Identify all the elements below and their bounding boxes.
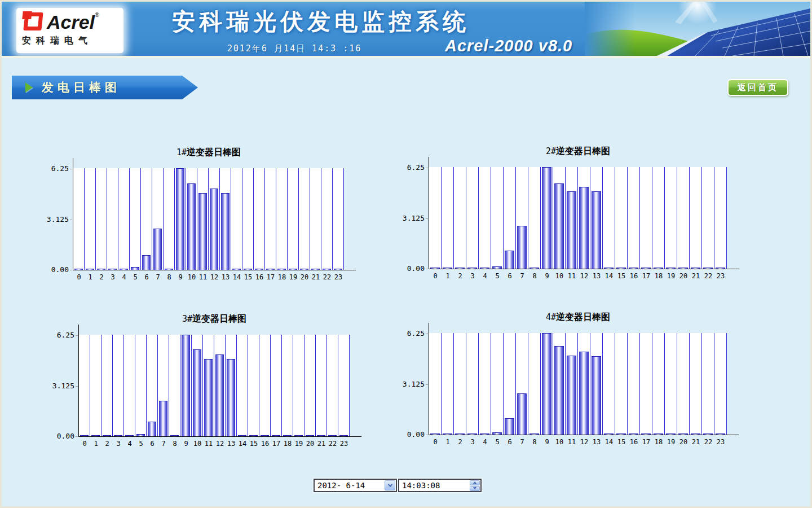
bar-hour-13 (221, 193, 230, 270)
x-tick-label: 21 (316, 440, 327, 448)
x-tick-label: 15 (615, 272, 628, 280)
x-axis (78, 436, 361, 437)
hour-gridline (441, 333, 442, 435)
x-tick-label: 17 (640, 438, 652, 446)
y-axis (73, 158, 73, 270)
hour-gridline (310, 168, 310, 270)
time-spin-up-button[interactable] (470, 480, 480, 485)
hour-gridline (553, 167, 553, 269)
bar-hour-6 (505, 251, 514, 269)
bar-hour-9 (176, 168, 184, 270)
hour-gridline (540, 333, 541, 435)
time-spinner[interactable]: 14:03:08 (398, 479, 482, 492)
y-tick-mark (76, 335, 78, 336)
x-tick-label: 13 (226, 440, 237, 448)
y-tick-mark (426, 334, 428, 334)
hour-gridline (677, 167, 677, 269)
hour-gridline (528, 167, 528, 269)
x-tick-label: 10 (553, 272, 566, 280)
hour-gridline (664, 333, 665, 435)
hour-gridline (453, 333, 454, 435)
hour-gridline (602, 167, 603, 269)
x-tick-label: 9 (541, 438, 553, 446)
x-tick-label: 12 (578, 272, 590, 280)
hour-gridline (264, 168, 265, 270)
y-tick-mark (426, 269, 428, 269)
breadcrumb: 发电日棒图 (12, 76, 198, 99)
hour-gridline (503, 167, 504, 269)
header-datetime: 2012年6 月14日 14:3 :16 (227, 43, 362, 54)
hour-gridline (491, 167, 491, 269)
logo-brand-text: Acrel (47, 11, 95, 33)
hour-gridline (664, 167, 665, 269)
date-picker-dropdown-button[interactable] (385, 480, 395, 491)
hour-gridline (191, 335, 192, 436)
date-picker-value[interactable]: 2012- 6-14 (315, 481, 385, 490)
x-tick-label: 3 (113, 440, 124, 448)
x-tick-label: 10 (192, 440, 203, 448)
play-triangle-icon (25, 82, 33, 93)
x-tick-label: 8 (528, 438, 541, 446)
x-tick-label: 12 (578, 438, 590, 446)
hour-gridline (248, 335, 248, 436)
x-tick-label: 8 (169, 440, 180, 448)
hour-gridline (478, 333, 479, 435)
x-tick-label: 1 (442, 272, 454, 280)
chart-title-main: 逆变器日棒图 (192, 314, 246, 323)
daily-bar-chart-inverter-1: 1#逆变器日棒图0.003.1256.250123456789101112131… (50, 144, 361, 287)
x-tick-label: 17 (271, 440, 282, 448)
x-tick-label: 4 (479, 272, 491, 280)
hour-gridline (577, 333, 578, 435)
x-tick-label: 18 (652, 272, 665, 280)
hour-gridline (118, 168, 118, 270)
hour-gridline (214, 335, 214, 436)
hour-gridline (236, 335, 237, 436)
hour-gridline (343, 168, 344, 270)
x-tick-label: 14 (603, 272, 615, 280)
y-tick-label: 0.00 (395, 264, 425, 273)
bar-hour-9 (542, 333, 551, 435)
hour-gridline (219, 168, 220, 270)
chart-title-main: 逆变器日棒图 (556, 312, 610, 322)
hour-gridline (123, 335, 124, 436)
x-tick-label: 11 (197, 273, 209, 281)
x-tick-label: 6 (147, 440, 158, 448)
bar-hour-11 (567, 356, 576, 435)
hour-gridline (293, 335, 293, 436)
hour-gridline (714, 333, 714, 435)
x-tick-label: 23 (333, 273, 344, 281)
time-spin-down-button[interactable] (470, 486, 480, 491)
return-home-button[interactable]: 返回首页 (727, 79, 788, 96)
chart-title: 3#逆变器日棒图 (79, 313, 350, 325)
x-tick-label: 6 (141, 273, 152, 281)
hour-gridline (726, 333, 727, 435)
x-tick-label: 13 (590, 438, 603, 446)
daily-bar-chart-inverter-2: 2#逆变器日棒图0.003.1256.250123456789101112131… (403, 143, 744, 286)
chevron-up-icon (473, 482, 476, 485)
x-axis (429, 269, 739, 269)
acrel-logo-icon (22, 11, 45, 34)
hour-gridline (478, 167, 479, 269)
hour-gridline (565, 167, 566, 269)
date-picker[interactable]: 2012- 6-14 (314, 479, 397, 492)
hour-gridline (515, 167, 516, 269)
x-axis (73, 270, 356, 270)
x-tick-label: 14 (231, 273, 242, 281)
hour-gridline (652, 333, 652, 435)
x-tick-label: 22 (702, 272, 714, 280)
x-tick-label: 0 (73, 273, 85, 281)
hour-gridline (466, 167, 466, 269)
x-tick-label: 9 (180, 440, 192, 448)
y-axis (429, 157, 429, 269)
x-tick-label: 8 (528, 272, 541, 280)
x-tick-label: 2 (102, 440, 113, 448)
plot-area (429, 167, 727, 269)
y-tick-label: 0.00 (39, 265, 69, 274)
y-tick-mark (76, 436, 78, 437)
hour-gridline (129, 168, 130, 270)
hour-gridline (701, 167, 702, 269)
time-spinner-value[interactable]: 14:03:08 (399, 481, 470, 490)
x-tick-label: 3 (466, 272, 479, 280)
y-tick-label: 0.00 (45, 432, 74, 440)
hour-gridline (615, 333, 615, 435)
